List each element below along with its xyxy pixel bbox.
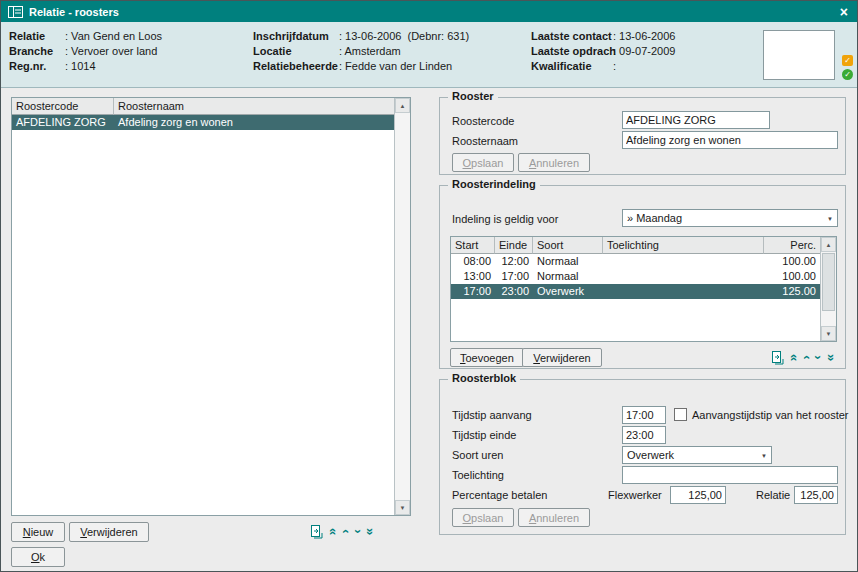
column-header-roosternaam[interactable]: Roosternaam <box>114 98 394 115</box>
toelichting-input[interactable] <box>622 466 838 484</box>
toevoegen-button[interactable]: Toevoegen <box>450 348 524 367</box>
chevron-down-icon: ▼ <box>827 216 833 222</box>
nieuw-button[interactable]: Nieuw <box>11 522 65 542</box>
roster-list-scrollbar[interactable]: ▲ ▼ <box>394 98 410 515</box>
scroll-thumb[interactable] <box>822 253 835 311</box>
column-header-toelichting[interactable]: Toelichting <box>603 237 764 254</box>
aanvangstijdstip-checkbox[interactable] <box>674 408 687 421</box>
roster-list-nav-icons: « ‹ › » <box>309 524 374 539</box>
rooster-opslaan-button: Opslaan <box>452 153 514 172</box>
move-last-icon[interactable]: » <box>364 528 377 535</box>
einde-cell: 23:00 <box>495 284 533 299</box>
relatie-label: Relatie <box>756 489 790 501</box>
scroll-down-icon[interactable]: ▼ <box>821 326 836 341</box>
column-header-start[interactable]: Start <box>451 237 495 254</box>
soort-cell: Overwerk <box>533 284 603 299</box>
valid-for-label: Indeling is geldig voor <box>452 213 558 225</box>
rooster-annuleren-button: Annuleren <box>518 153 590 172</box>
roostercode-input[interactable] <box>622 111 770 129</box>
field-label: Inschrijfdatum <box>253 29 339 44</box>
aanvangstijdstip-checkbox-label: Aanvangstijdstip van het rooster <box>692 409 849 421</box>
scroll-up-icon[interactable]: ▲ <box>395 98 410 113</box>
close-icon[interactable]: × <box>838 5 850 19</box>
tijdstip-aanvang-label: Tijdstip aanvang <box>452 409 532 421</box>
valid-for-value: » Maandag <box>627 212 682 224</box>
field-label: Kwalificatie <box>531 59 613 74</box>
toelichting-cell <box>603 254 764 269</box>
tijdstip-einde-input[interactable] <box>622 426 666 444</box>
soort-uren-combobox[interactable]: Overwerk ▼ <box>622 446 772 464</box>
column-header-soort[interactable]: Soort <box>533 237 603 254</box>
roster-list-header: Roostercode Roosternaam <box>12 98 394 115</box>
tijdstip-einde-label: Tijdstip einde <box>452 429 516 441</box>
toelichting-cell <box>603 284 764 299</box>
perc-cell: 100.00 <box>764 269 820 284</box>
blok-opslaan-button: Opslaan <box>452 508 514 527</box>
schedule-row[interactable]: 13:00 17:00 Normaal 100.00 <box>451 269 820 284</box>
perc-cell: 125.00 <box>764 284 820 299</box>
tijdstip-aanvang-input[interactable] <box>622 406 666 424</box>
ok-status-icon[interactable]: ✓ <box>842 69 853 80</box>
column-header-perc[interactable]: Perc. <box>764 237 820 254</box>
schedule-nav-icons: « ‹ › » <box>770 350 835 365</box>
header-col3: Laatste contact: 13-06-2006 Laatste opdr… <box>531 29 675 74</box>
start-cell: 08:00 <box>451 254 495 269</box>
roosterblok-group: Roosterblok Tijdstip aanvang Aanvangstij… <box>439 379 846 535</box>
roostercode-label: Roostercode <box>452 115 514 127</box>
goto-record-icon[interactable] <box>770 351 784 365</box>
schedule-table: Start Einde Soort Toelichting Perc. 08:0… <box>450 236 837 342</box>
roster-code-cell: AFDELING ZORG <box>12 115 114 130</box>
perc-cell: 100.00 <box>764 254 820 269</box>
einde-cell: 12:00 <box>495 254 533 269</box>
goto-record-icon[interactable] <box>309 525 323 539</box>
column-header-roostercode[interactable]: Roostercode <box>12 98 114 115</box>
ok-button[interactable]: Ok <box>11 547 65 567</box>
scroll-up-icon[interactable]: ▲ <box>821 237 836 252</box>
soort-uren-label: Soort uren <box>452 449 503 461</box>
soort-cell: Normaal <box>533 269 603 284</box>
field-label: Locatie <box>253 44 339 59</box>
roosternaam-label: Roosternaam <box>452 135 518 147</box>
verwijderen-button[interactable]: Verwijderen <box>69 522 149 542</box>
roster-name-cell: Afdeling zorg en wonen <box>114 115 394 130</box>
valid-for-combobox[interactable]: » Maandag ▼ <box>622 209 838 227</box>
flexwerker-percentage-input[interactable] <box>670 486 726 504</box>
blok-annuleren-button: Annuleren <box>518 508 590 527</box>
header-col1: Relatie: Van Gend en Loos Branche: Vervo… <box>9 29 162 74</box>
field-value: : Fedde van der Linden <box>339 59 452 74</box>
indeling-verwijderen-button[interactable]: Verwijderen <box>522 348 602 367</box>
chevron-down-icon: ▼ <box>761 453 767 459</box>
toelichting-label: Toelichting <box>452 469 504 481</box>
roosterblok-group-title: Roosterblok <box>448 372 520 384</box>
relatie-percentage-input[interactable] <box>794 486 838 504</box>
start-cell: 17:00 <box>451 284 495 299</box>
relation-header: Relatie: Van Gend en Loos Branche: Vervo… <box>1 22 857 88</box>
rooster-group-title: Rooster <box>448 90 498 102</box>
field-label: Reg.nr. <box>9 59 65 74</box>
field-value: : 1014 <box>65 59 96 74</box>
field-value: : 13-06-2006 (Debnr: 631) <box>339 29 469 44</box>
field-label: Relatie <box>9 29 65 44</box>
field-label: Laatste contact <box>531 29 613 44</box>
field-value: : 09-07-2009 <box>613 44 675 59</box>
scroll-down-icon[interactable]: ▼ <box>395 500 410 515</box>
header-col2: Inschrijfdatum: 13-06-2006 (Debnr: 631) … <box>253 29 469 74</box>
field-value: : <box>613 59 616 74</box>
app-icon <box>8 6 23 18</box>
field-label: Branche <box>9 44 65 59</box>
schedule-row[interactable]: 08:00 12:00 Normaal 100.00 <box>451 254 820 269</box>
schedule-row[interactable]: 17:00 23:00 Overwerk 125.00 <box>451 284 820 299</box>
field-value: : Van Gend en Loos <box>65 29 162 44</box>
roster-list-row[interactable]: AFDELING ZORG Afdeling zorg en wonen <box>12 115 394 130</box>
relation-photo-box <box>763 30 835 80</box>
field-label: Laatste opdrach <box>531 44 613 59</box>
roosterindeling-group-title: Roosterindeling <box>448 178 540 190</box>
column-header-einde[interactable]: Einde <box>495 237 533 254</box>
schedule-table-scrollbar[interactable]: ▲ ▼ <box>820 237 836 341</box>
roosternaam-input[interactable] <box>622 131 838 149</box>
relatie-roosters-window: Relatie - roosters × Relatie: Van Gend e… <box>0 0 858 572</box>
schedule-table-header: Start Einde Soort Toelichting Perc. <box>451 237 820 254</box>
memo-status-icon[interactable]: ✓ <box>842 55 853 66</box>
field-value: : Vervoer over land <box>65 44 157 59</box>
move-last-icon[interactable]: » <box>825 354 838 361</box>
